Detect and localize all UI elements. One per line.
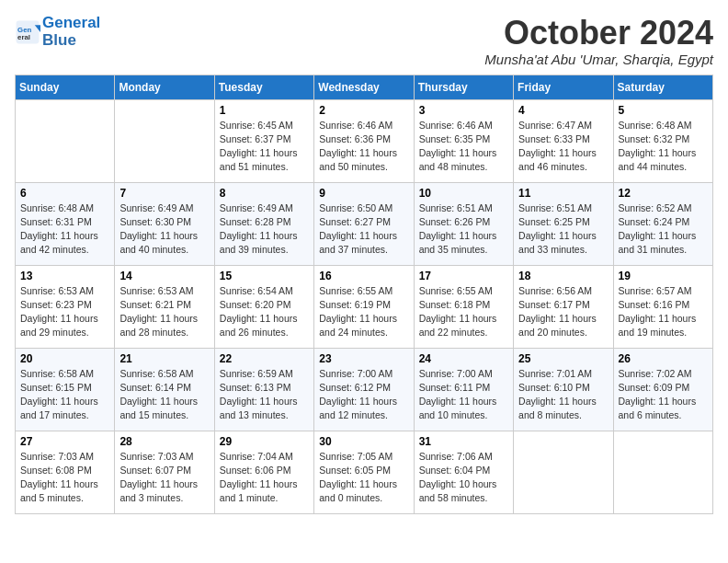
calendar-cell: 25Sunrise: 7:01 AM Sunset: 6:10 PM Dayli… bbox=[514, 348, 613, 431]
calendar-cell: 20Sunrise: 6:58 AM Sunset: 6:15 PM Dayli… bbox=[16, 348, 115, 431]
calendar-header-wednesday: Wednesday bbox=[314, 75, 414, 99]
calendar-cell: 21Sunrise: 6:58 AM Sunset: 6:14 PM Dayli… bbox=[115, 348, 214, 431]
day-number: 31 bbox=[419, 435, 508, 448]
day-info: Sunrise: 6:49 AM Sunset: 6:30 PM Dayligh… bbox=[119, 201, 209, 258]
calendar-cell: 24Sunrise: 7:00 AM Sunset: 6:11 PM Dayli… bbox=[414, 348, 513, 431]
calendar-cell: 30Sunrise: 7:05 AM Sunset: 6:05 PM Dayli… bbox=[314, 431, 414, 513]
day-number: 2 bbox=[319, 104, 408, 117]
calendar-header-row: SundayMondayTuesdayWednesdayThursdayFrid… bbox=[16, 75, 713, 99]
day-info: Sunrise: 6:56 AM Sunset: 6:17 PM Dayligh… bbox=[518, 284, 608, 340]
calendar-cell: 31Sunrise: 7:06 AM Sunset: 6:04 PM Dayli… bbox=[414, 431, 513, 513]
day-info: Sunrise: 6:58 AM Sunset: 6:14 PM Dayligh… bbox=[119, 367, 209, 423]
calendar-cell: 6Sunrise: 6:48 AM Sunset: 6:31 PM Daylig… bbox=[16, 182, 115, 265]
day-number: 18 bbox=[518, 270, 608, 282]
calendar-cell: 26Sunrise: 7:02 AM Sunset: 6:09 PM Dayli… bbox=[613, 348, 712, 431]
day-number: 25 bbox=[518, 352, 608, 365]
calendar-body: 1Sunrise: 6:45 AM Sunset: 6:37 PM Daylig… bbox=[16, 99, 713, 513]
day-number: 8 bbox=[220, 187, 309, 200]
calendar-header-tuesday: Tuesday bbox=[214, 75, 313, 99]
logo-line2: Blue bbox=[42, 32, 100, 50]
calendar-cell: 14Sunrise: 6:53 AM Sunset: 6:21 PM Dayli… bbox=[115, 265, 214, 348]
title-area: October 2024 Munsha'at Abu 'Umar, Sharqi… bbox=[484, 15, 713, 67]
calendar-cell: 7Sunrise: 6:49 AM Sunset: 6:30 PM Daylig… bbox=[115, 182, 214, 265]
page-header: Gen eral General Blue October 2024 Munsh… bbox=[15, 15, 713, 67]
day-info: Sunrise: 6:54 AM Sunset: 6:20 PM Dayligh… bbox=[220, 284, 309, 340]
day-number: 15 bbox=[220, 270, 309, 282]
day-number: 6 bbox=[20, 187, 109, 200]
calendar-cell: 18Sunrise: 6:56 AM Sunset: 6:17 PM Dayli… bbox=[514, 265, 613, 348]
calendar-header-thursday: Thursday bbox=[414, 75, 513, 99]
day-number: 5 bbox=[619, 104, 708, 117]
day-info: Sunrise: 6:46 AM Sunset: 6:35 PM Dayligh… bbox=[419, 119, 508, 175]
day-info: Sunrise: 6:52 AM Sunset: 6:24 PM Dayligh… bbox=[619, 201, 708, 258]
calendar-cell: 16Sunrise: 6:55 AM Sunset: 6:19 PM Dayli… bbox=[314, 265, 414, 348]
calendar-cell: 27Sunrise: 7:03 AM Sunset: 6:08 PM Dayli… bbox=[16, 431, 115, 513]
calendar-cell: 2Sunrise: 6:46 AM Sunset: 6:36 PM Daylig… bbox=[314, 99, 414, 182]
day-number: 28 bbox=[119, 435, 209, 448]
day-info: Sunrise: 6:46 AM Sunset: 6:36 PM Dayligh… bbox=[319, 119, 408, 175]
day-number: 10 bbox=[419, 187, 508, 200]
calendar-cell: 9Sunrise: 6:50 AM Sunset: 6:27 PM Daylig… bbox=[314, 182, 414, 265]
calendar-cell bbox=[16, 99, 115, 182]
calendar-week-3: 13Sunrise: 6:53 AM Sunset: 6:23 PM Dayli… bbox=[16, 265, 713, 348]
calendar-cell: 5Sunrise: 6:48 AM Sunset: 6:32 PM Daylig… bbox=[613, 99, 712, 182]
day-number: 16 bbox=[319, 270, 408, 282]
day-info: Sunrise: 6:45 AM Sunset: 6:37 PM Dayligh… bbox=[220, 119, 309, 175]
calendar-week-5: 27Sunrise: 7:03 AM Sunset: 6:08 PM Dayli… bbox=[16, 431, 713, 513]
day-info: Sunrise: 6:55 AM Sunset: 6:19 PM Dayligh… bbox=[319, 284, 408, 340]
calendar-cell: 17Sunrise: 6:55 AM Sunset: 6:18 PM Dayli… bbox=[414, 265, 513, 348]
day-info: Sunrise: 6:58 AM Sunset: 6:15 PM Dayligh… bbox=[20, 367, 109, 423]
calendar-header-saturday: Saturday bbox=[613, 75, 712, 99]
day-info: Sunrise: 7:03 AM Sunset: 6:08 PM Dayligh… bbox=[20, 450, 109, 506]
day-info: Sunrise: 7:02 AM Sunset: 6:09 PM Dayligh… bbox=[619, 367, 708, 423]
calendar-header-monday: Monday bbox=[115, 75, 214, 99]
day-info: Sunrise: 7:01 AM Sunset: 6:10 PM Dayligh… bbox=[518, 367, 608, 423]
day-number: 12 bbox=[619, 187, 708, 200]
calendar-cell: 12Sunrise: 6:52 AM Sunset: 6:24 PM Dayli… bbox=[613, 182, 712, 265]
day-info: Sunrise: 6:47 AM Sunset: 6:33 PM Dayligh… bbox=[518, 119, 608, 175]
day-info: Sunrise: 6:49 AM Sunset: 6:28 PM Dayligh… bbox=[220, 201, 309, 258]
logo: Gen eral General Blue bbox=[15, 15, 100, 49]
day-number: 26 bbox=[619, 352, 708, 365]
day-number: 24 bbox=[419, 352, 508, 365]
day-number: 11 bbox=[518, 187, 608, 200]
calendar-week-1: 1Sunrise: 6:45 AM Sunset: 6:37 PM Daylig… bbox=[16, 99, 713, 182]
day-number: 21 bbox=[119, 352, 209, 365]
calendar-header-sunday: Sunday bbox=[16, 75, 115, 99]
day-number: 30 bbox=[319, 435, 408, 448]
location-subtitle: Munsha'at Abu 'Umar, Sharqia, Egypt bbox=[484, 52, 713, 67]
calendar-cell: 28Sunrise: 7:03 AM Sunset: 6:07 PM Dayli… bbox=[115, 431, 214, 513]
day-info: Sunrise: 6:51 AM Sunset: 6:26 PM Dayligh… bbox=[419, 201, 508, 258]
calendar-week-2: 6Sunrise: 6:48 AM Sunset: 6:31 PM Daylig… bbox=[16, 182, 713, 265]
day-info: Sunrise: 6:57 AM Sunset: 6:16 PM Dayligh… bbox=[619, 284, 708, 340]
day-info: Sunrise: 6:48 AM Sunset: 6:32 PM Dayligh… bbox=[619, 119, 708, 175]
calendar-table: SundayMondayTuesdayWednesdayThursdayFrid… bbox=[15, 75, 713, 514]
day-info: Sunrise: 7:06 AM Sunset: 6:04 PM Dayligh… bbox=[419, 450, 508, 506]
day-number: 1 bbox=[220, 104, 309, 117]
day-info: Sunrise: 7:05 AM Sunset: 6:05 PM Dayligh… bbox=[319, 450, 408, 506]
day-info: Sunrise: 6:53 AM Sunset: 6:23 PM Dayligh… bbox=[20, 284, 109, 340]
calendar-cell: 4Sunrise: 6:47 AM Sunset: 6:33 PM Daylig… bbox=[514, 99, 613, 182]
calendar-cell bbox=[613, 431, 712, 513]
day-info: Sunrise: 6:59 AM Sunset: 6:13 PM Dayligh… bbox=[220, 367, 309, 423]
logo-icon: Gen eral bbox=[15, 19, 40, 45]
day-number: 14 bbox=[119, 270, 209, 282]
calendar-week-4: 20Sunrise: 6:58 AM Sunset: 6:15 PM Dayli… bbox=[16, 348, 713, 431]
day-number: 9 bbox=[319, 187, 408, 200]
day-info: Sunrise: 6:50 AM Sunset: 6:27 PM Dayligh… bbox=[319, 201, 408, 258]
svg-text:eral: eral bbox=[17, 32, 30, 40]
calendar-cell: 8Sunrise: 6:49 AM Sunset: 6:28 PM Daylig… bbox=[214, 182, 313, 265]
logo-line1: General bbox=[42, 15, 100, 32]
month-title: October 2024 bbox=[484, 15, 713, 52]
day-number: 23 bbox=[319, 352, 408, 365]
day-info: Sunrise: 6:55 AM Sunset: 6:18 PM Dayligh… bbox=[419, 284, 508, 340]
calendar-cell: 19Sunrise: 6:57 AM Sunset: 6:16 PM Dayli… bbox=[613, 265, 712, 348]
day-info: Sunrise: 7:03 AM Sunset: 6:07 PM Dayligh… bbox=[119, 450, 209, 506]
day-info: Sunrise: 6:48 AM Sunset: 6:31 PM Dayligh… bbox=[20, 201, 109, 258]
day-number: 20 bbox=[20, 352, 109, 365]
calendar-cell: 22Sunrise: 6:59 AM Sunset: 6:13 PM Dayli… bbox=[214, 348, 313, 431]
calendar-cell: 15Sunrise: 6:54 AM Sunset: 6:20 PM Dayli… bbox=[214, 265, 313, 348]
calendar-header-friday: Friday bbox=[514, 75, 613, 99]
day-number: 22 bbox=[220, 352, 309, 365]
calendar-cell: 3Sunrise: 6:46 AM Sunset: 6:35 PM Daylig… bbox=[414, 99, 513, 182]
